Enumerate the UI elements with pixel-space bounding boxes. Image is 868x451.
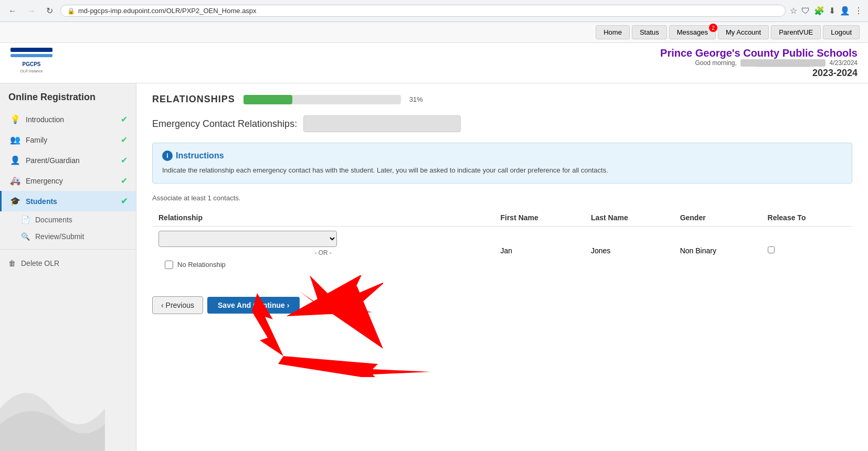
emergency-check-icon: ✔: [121, 176, 128, 186]
introduction-icon: 💡: [10, 114, 20, 124]
associate-text: Associate at least 1 contacts.: [152, 194, 852, 202]
col-release-to: Release To: [761, 209, 852, 227]
download-icon[interactable]: ⬇: [829, 6, 835, 16]
students-icon: 🎓: [10, 196, 20, 206]
parent-guardian-icon: 👤: [10, 155, 20, 165]
parent-guardian-check-icon: ✔: [121, 155, 128, 165]
sidebar-item-parent-guardian[interactable]: 👤 Parent/Guardian ✔: [0, 150, 136, 170]
main-layout: Online Registration 💡 Introduction ✔ 👥 F…: [0, 83, 868, 451]
red-arrow-container: [231, 283, 852, 379]
sidebar-sub-item-review-submit[interactable]: 🔍 Review/Submit: [0, 228, 136, 245]
sidebar-item-students[interactable]: 🎓 Students ✔: [0, 191, 136, 211]
school-name: Prince George's County Public Schools: [660, 47, 858, 59]
svg-text:OLR Instance: OLR Instance: [20, 69, 43, 73]
svg-marker-8: [278, 356, 430, 377]
sidebar-item-delete-olr[interactable]: 🗑 Delete OLR: [0, 254, 136, 273]
school-logo: PGCPS OLR Instance: [10, 48, 52, 78]
documents-icon: 📄: [21, 216, 30, 224]
svg-text:PGCPS: PGCPS: [22, 61, 40, 67]
sidebar-item-label-emergency: Emergency: [26, 177, 63, 185]
ec-field: Emergency Contact Relationships:: [152, 115, 852, 132]
col-last-name: Last Name: [585, 209, 674, 227]
browser-chrome: ← → ↻ 🔒 md-pgcps-imp.edupoint.com/OLR/PX…: [0, 0, 868, 22]
table-row: Parent Guardian Sibling Grandparent Othe…: [152, 226, 852, 275]
release-to-cell: [761, 226, 852, 275]
sidebar-item-label-family: Family: [26, 136, 47, 144]
sidebar-item-introduction[interactable]: 💡 Introduction ✔: [0, 109, 136, 130]
sidebar-sub-item-documents[interactable]: 📄 Documents: [0, 211, 136, 228]
nav-my-account[interactable]: My Account: [718, 25, 769, 39]
first-name-cell: Jan: [494, 226, 584, 275]
gender-cell: Non Binary: [674, 226, 761, 275]
svg-rect-0: [10, 48, 52, 52]
extensions-icon[interactable]: 🧩: [814, 6, 824, 16]
or-divider: - OR -: [158, 247, 488, 259]
ec-value-display: [303, 115, 461, 132]
forward-button[interactable]: →: [24, 5, 39, 17]
emergency-icon: 🚑: [10, 176, 20, 186]
release-to-checkbox[interactable]: [768, 246, 775, 253]
sidebar: Online Registration 💡 Introduction ✔ 👥 F…: [0, 83, 136, 451]
no-relationship-label: No Relationship: [177, 261, 226, 269]
instructions-title: i Instructions: [162, 151, 842, 161]
main-content: RELATIONSHIPS 31% Emergency Contact Rela…: [136, 83, 868, 451]
relationship-cell: Parent Guardian Sibling Grandparent Othe…: [152, 226, 494, 275]
col-relationship: Relationship: [152, 209, 494, 227]
nav-home[interactable]: Home: [596, 25, 630, 39]
sidebar-decoration: [0, 367, 105, 451]
section-title: RELATIONSHIPS: [152, 94, 235, 105]
back-button[interactable]: ←: [5, 5, 20, 17]
introduction-check-icon: ✔: [121, 114, 128, 124]
instructions-box: i Instructions Indicate the relationship…: [152, 143, 852, 184]
sidebar-item-label-introduction: Introduction: [26, 115, 64, 124]
school-year: 2023-2024: [660, 68, 858, 79]
info-icon: i: [162, 151, 173, 161]
previous-button[interactable]: ‹ Previous: [152, 296, 203, 314]
col-gender: Gender: [674, 209, 761, 227]
family-icon: 👥: [10, 135, 20, 145]
relationship-select[interactable]: Parent Guardian Sibling Grandparent Othe…: [158, 231, 337, 247]
col-first-name: First Name: [494, 209, 584, 227]
reload-button[interactable]: ↻: [43, 5, 56, 17]
ec-label: Emergency Contact Relationships:: [152, 119, 297, 130]
save-and-continue-button[interactable]: Save And Continue ›: [207, 297, 300, 314]
nav-status[interactable]: Status: [632, 25, 667, 39]
delete-icon: 🗑: [8, 259, 16, 267]
form-buttons: ‹ Previous Save And Continue ›: [152, 296, 300, 314]
lock-icon: 🔒: [67, 7, 75, 15]
menu-icon[interactable]: ⋮: [854, 6, 863, 16]
instructions-text: Indicate the relationship each emergency…: [162, 165, 842, 176]
sidebar-delete-label: Delete OLR: [21, 259, 59, 267]
progress-bar-container: [244, 95, 401, 104]
browser-icons: ☆ 🛡 🧩 ⬇ 👤 ⋮: [790, 6, 863, 16]
bookmark-icon[interactable]: ☆: [790, 6, 797, 16]
sidebar-title: Online Registration: [0, 92, 136, 109]
instructions-title-text: Instructions: [176, 151, 224, 160]
shield-icon: 🛡: [801, 6, 810, 16]
school-greeting: Good morning, ████████████ 4/23/2024: [660, 59, 858, 67]
progress-bar-fill: [244, 95, 292, 104]
red-arrow-annotation: [205, 275, 383, 359]
sidebar-item-family[interactable]: 👥 Family ✔: [0, 130, 136, 150]
messages-badge: 2: [709, 24, 717, 32]
sidebar-sub-item-label-documents: Documents: [35, 216, 72, 224]
page-header: PGCPS OLR Instance Prince George's Count…: [0, 43, 868, 83]
url-text: md-pgcps-imp.edupoint.com/OLR/PXP2_OEN_H…: [78, 7, 257, 15]
nav-messages[interactable]: Messages 2: [669, 25, 716, 39]
sidebar-item-label-parent-guardian: Parent/Guardian: [26, 156, 80, 165]
profile-icon[interactable]: 👤: [840, 6, 850, 16]
top-navigation: Home Status Messages 2 My Account Parent…: [0, 22, 868, 43]
address-bar[interactable]: 🔒 md-pgcps-imp.edupoint.com/OLR/PXP2_OEN…: [60, 5, 786, 17]
sidebar-item-emergency[interactable]: 🚑 Emergency ✔: [0, 170, 136, 191]
contacts-table: Relationship First Name Last Name Gender…: [152, 209, 852, 275]
first-name-value: Jan: [500, 246, 512, 255]
nav-parentvue[interactable]: ParentVUE: [771, 25, 821, 39]
family-check-icon: ✔: [121, 135, 128, 145]
nav-logout[interactable]: Logout: [823, 25, 860, 39]
no-relationship-checkbox[interactable]: [165, 261, 173, 269]
gender-value: Non Binary: [680, 246, 716, 255]
svg-rect-1: [10, 54, 52, 57]
svg-marker-4: [299, 275, 383, 349]
last-name-cell: Jones: [585, 226, 674, 275]
section-header: RELATIONSHIPS 31%: [152, 94, 852, 105]
